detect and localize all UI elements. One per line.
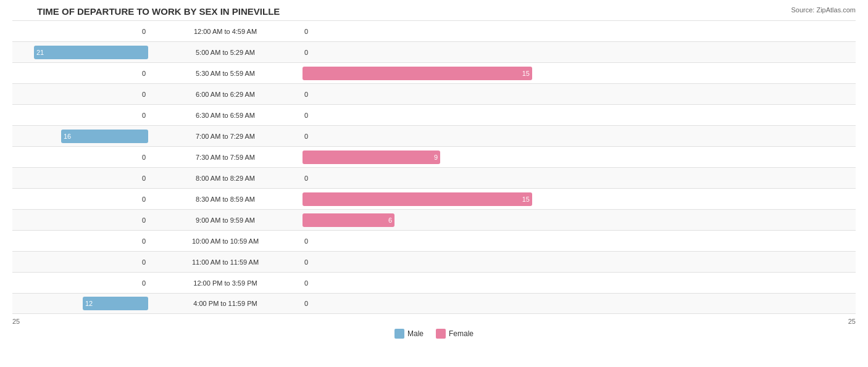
female-bar: 9 (303, 151, 440, 164)
chart-container: TIME OF DEPARTURE TO WORK BY SEX IN PINE… (0, 0, 868, 367)
chart-title: TIME OF DEPARTURE TO WORK BY SEX IN PINE… (12, 6, 856, 17)
female-value-label: 15 (522, 196, 530, 203)
female-zero-label: 0 (304, 279, 308, 287)
table-row: 011:00 AM to 11:59 AM0 (12, 251, 856, 272)
axis-left-label: 25 (12, 318, 20, 325)
female-value-label: 15 (522, 70, 530, 77)
female-bar-section: 0 (303, 21, 856, 42)
male-zero-label: 0 (142, 154, 146, 161)
table-row: 012:00 AM to 4:59 AM0 (12, 20, 856, 41)
male-bar-section: 16 (12, 126, 148, 147)
male-bar-section: 0 (12, 105, 148, 126)
time-label: 8:00 AM to 8:29 AM (148, 175, 303, 182)
female-bar-section: 9 (303, 147, 856, 168)
female-bar: 15 (303, 67, 532, 80)
table-row: 124:00 PM to 11:59 PM0 (12, 293, 856, 314)
female-bar-section: 0 (303, 168, 856, 189)
male-bar: 12 (83, 297, 148, 310)
time-label: 5:30 AM to 5:59 AM (148, 70, 303, 77)
male-value-label: 12 (85, 300, 93, 307)
male-zero-label: 0 (142, 196, 146, 203)
table-row: 012:00 PM to 3:59 PM0 (12, 272, 856, 293)
table-row: 010:00 AM to 10:59 AM0 (12, 230, 856, 251)
time-label: 4:00 PM to 11:59 PM (148, 300, 303, 307)
male-bar-section: 0 (12, 252, 148, 273)
table-row: 08:30 AM to 8:59 AM15 (12, 188, 856, 209)
female-bar-section: 0 (303, 252, 856, 273)
male-zero-label: 0 (142, 175, 146, 182)
female-bar-section: 15 (303, 189, 856, 210)
female-zero-label: 0 (304, 175, 308, 182)
legend: Male Female (12, 329, 856, 339)
table-row: 215:00 AM to 5:29 AM0 (12, 41, 856, 62)
source-label: Source: ZipAtlas.com (791, 6, 856, 14)
male-zero-label: 0 (142, 237, 146, 245)
male-bar: 21 (34, 46, 148, 59)
table-row: 07:30 AM to 7:59 AM9 (12, 146, 856, 167)
table-row: 05:30 AM to 5:59 AM15 (12, 62, 856, 83)
male-value-label: 21 (36, 49, 44, 56)
male-bar-section: 0 (12, 231, 148, 252)
female-zero-label: 0 (304, 300, 308, 307)
table-row: 167:00 AM to 7:29 AM0 (12, 125, 856, 146)
male-bar-section: 0 (12, 210, 148, 231)
male-zero-label: 0 (142, 279, 146, 287)
time-label: 6:30 AM to 6:59 AM (148, 112, 303, 119)
female-bar-section: 0 (303, 126, 856, 147)
female-zero-label: 0 (304, 133, 308, 140)
time-label: 10:00 AM to 10:59 AM (148, 237, 303, 245)
female-zero-label: 0 (304, 112, 308, 119)
male-bar-section: 0 (12, 168, 148, 189)
time-label: 11:00 AM to 11:59 AM (148, 258, 303, 266)
female-bar-section: 0 (303, 84, 856, 105)
male-zero-label: 0 (142, 28, 146, 35)
female-zero-label: 0 (304, 28, 308, 35)
time-label: 9:00 AM to 9:59 AM (148, 216, 303, 224)
male-value-label: 16 (64, 133, 71, 140)
male-bar-section: 0 (12, 21, 148, 42)
male-bar-section: 0 (12, 84, 148, 105)
time-label: 12:00 PM to 3:59 PM (148, 279, 303, 287)
axis-right-label: 25 (848, 318, 856, 325)
table-row: 06:00 AM to 6:29 AM0 (12, 83, 856, 104)
male-bar-section: 12 (12, 293, 148, 314)
time-label: 8:30 AM to 8:59 AM (148, 196, 303, 203)
male-swatch (394, 329, 404, 339)
male-bar-section: 21 (12, 42, 148, 63)
female-bar-section: 0 (303, 293, 856, 314)
female-bar-section: 15 (303, 63, 856, 84)
time-label: 7:00 AM to 7:29 AM (148, 133, 303, 140)
time-label: 12:00 AM to 4:59 AM (148, 28, 303, 35)
female-swatch (436, 329, 446, 339)
female-zero-label: 0 (304, 237, 308, 245)
male-bar-section: 0 (12, 147, 148, 168)
table-row: 08:00 AM to 8:29 AM0 (12, 167, 856, 188)
male-zero-label: 0 (142, 216, 146, 224)
female-bar-section: 0 (303, 42, 856, 63)
female-bar: 15 (303, 192, 532, 206)
male-label: Male (407, 329, 424, 338)
time-label: 6:00 AM to 6:29 AM (148, 91, 303, 98)
male-bar: 16 (61, 130, 148, 143)
female-zero-label: 0 (304, 49, 308, 56)
female-bar: 6 (303, 213, 394, 227)
female-bar-section: 0 (303, 273, 856, 294)
male-bar-section: 0 (12, 189, 148, 210)
female-bar-section: 0 (303, 231, 856, 252)
female-label: Female (449, 329, 474, 338)
male-zero-label: 0 (142, 70, 146, 77)
time-label: 7:30 AM to 7:59 AM (148, 154, 303, 161)
female-bar-section: 6 (303, 210, 856, 231)
female-zero-label: 0 (304, 91, 308, 98)
male-zero-label: 0 (142, 112, 146, 119)
chart-area: 012:00 AM to 4:59 AM0215:00 AM to 5:29 A… (12, 20, 856, 320)
table-row: 09:00 AM to 9:59 AM6 (12, 209, 856, 230)
female-value-label: 9 (434, 154, 438, 161)
axis-bottom: 25 25 (12, 315, 856, 325)
legend-female: Female (436, 329, 474, 339)
table-row: 06:30 AM to 6:59 AM0 (12, 104, 856, 125)
male-bar-section: 0 (12, 63, 148, 84)
male-zero-label: 0 (142, 258, 146, 266)
legend-male: Male (394, 329, 424, 339)
female-bar-section: 0 (303, 105, 856, 126)
